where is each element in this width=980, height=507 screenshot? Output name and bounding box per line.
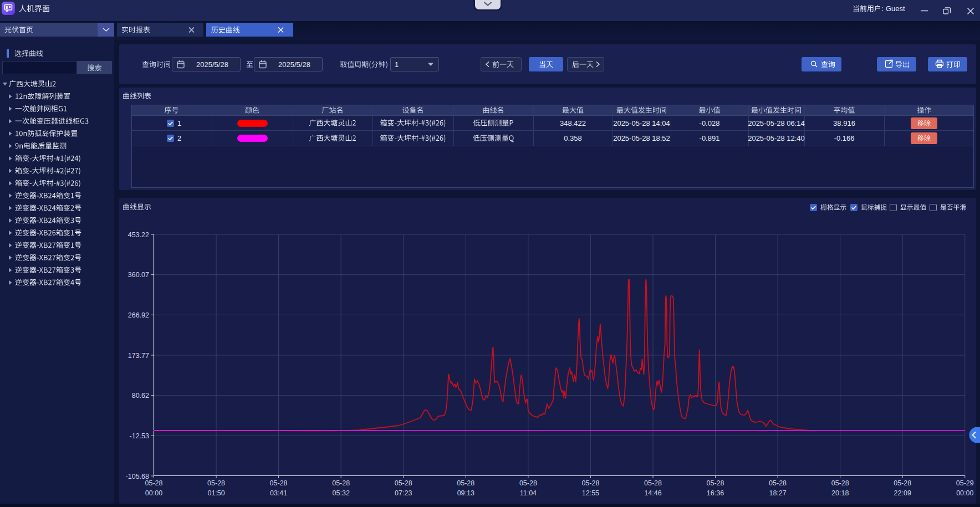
svg-text:00:00: 00:00 xyxy=(145,489,162,497)
svg-text:05-28: 05-28 xyxy=(145,479,163,487)
svg-text:05-28: 05-28 xyxy=(894,479,911,487)
svg-text:-12.53: -12.53 xyxy=(130,432,149,440)
svg-text:360.07: 360.07 xyxy=(128,271,149,279)
svg-text:09:13: 09:13 xyxy=(457,489,474,497)
svg-text:16:36: 16:36 xyxy=(707,489,724,497)
svg-text:05:32: 05:32 xyxy=(333,489,350,497)
svg-text:348.422: 348.422 xyxy=(560,119,586,127)
svg-text:05-28: 05-28 xyxy=(831,479,849,487)
svg-text:266.92: 266.92 xyxy=(128,311,149,319)
svg-text:05-28: 05-28 xyxy=(519,479,537,487)
svg-text:2025-05-28 14:04: 2025-05-28 14:04 xyxy=(613,119,670,127)
svg-text:05-28: 05-28 xyxy=(707,479,724,487)
svg-text:2025/5/28: 2025/5/28 xyxy=(278,60,310,69)
svg-text:38.916: 38.916 xyxy=(833,119,855,127)
svg-text:-0.891: -0.891 xyxy=(700,134,720,142)
svg-text:05-28: 05-28 xyxy=(581,479,599,487)
svg-text:05-28: 05-28 xyxy=(332,479,350,487)
svg-text:03:41: 03:41 xyxy=(270,489,287,497)
svg-text:2025/5/28: 2025/5/28 xyxy=(196,60,228,69)
svg-text:07:23: 07:23 xyxy=(395,489,412,497)
svg-text:80.62: 80.62 xyxy=(132,392,149,400)
svg-text:22:09: 22:09 xyxy=(894,489,911,497)
svg-text:05-28: 05-28 xyxy=(207,479,225,487)
svg-text:05-28: 05-28 xyxy=(769,479,787,487)
svg-text:20:18: 20:18 xyxy=(831,489,849,497)
svg-text:18:27: 18:27 xyxy=(769,489,786,497)
svg-text:2025-05-28 18:52: 2025-05-28 18:52 xyxy=(613,134,670,142)
svg-text:12:55: 12:55 xyxy=(582,489,599,497)
svg-text:05-29: 05-29 xyxy=(956,479,974,487)
svg-text:Guest: Guest xyxy=(886,4,905,13)
svg-text:-0.166: -0.166 xyxy=(834,134,855,142)
svg-text:453.22: 453.22 xyxy=(128,231,149,239)
svg-text:2025-05-28 12:40: 2025-05-28 12:40 xyxy=(748,134,805,142)
svg-text:01:50: 01:50 xyxy=(207,489,224,497)
svg-text:0.358: 0.358 xyxy=(564,134,582,142)
svg-text:05-28: 05-28 xyxy=(457,479,474,487)
svg-text:173.77: 173.77 xyxy=(128,352,149,360)
svg-text:05-28: 05-28 xyxy=(395,479,412,487)
svg-text:2: 2 xyxy=(177,134,181,142)
svg-text:05-28: 05-28 xyxy=(644,479,662,487)
svg-text:11:04: 11:04 xyxy=(520,489,537,497)
svg-text:1: 1 xyxy=(395,60,399,69)
svg-text:2025-05-28 06:14: 2025-05-28 06:14 xyxy=(748,119,805,127)
svg-text:1: 1 xyxy=(177,119,181,127)
svg-text:14:46: 14:46 xyxy=(644,489,661,497)
svg-text:00:00: 00:00 xyxy=(956,489,973,497)
svg-text:05-28: 05-28 xyxy=(270,479,288,487)
svg-text:-0.028: -0.028 xyxy=(700,119,720,127)
